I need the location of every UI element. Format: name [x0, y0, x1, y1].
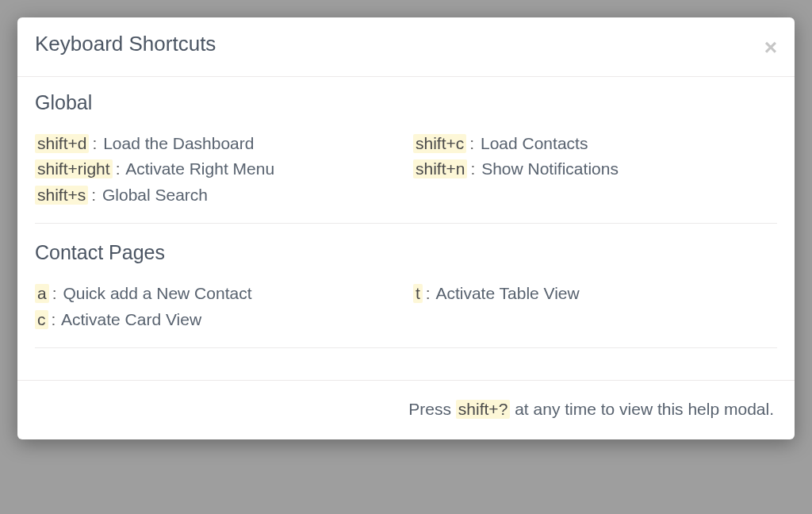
key-badge: shift+s	[35, 186, 88, 205]
modal-title: Keyboard Shortcuts	[35, 32, 216, 56]
keyboard-shortcuts-modal: Keyboard Shortcuts × Global shift+d: Loa…	[17, 17, 795, 439]
shortcut-item: t: Activate Table View	[413, 282, 777, 305]
key-badge: shift+c	[413, 134, 466, 153]
shortcut-description: Activate Table View	[435, 284, 579, 302]
shortcut-item: a: Quick add a New Contact	[35, 282, 399, 305]
key-badge: c	[35, 310, 48, 329]
shortcut-description: Activate Card View	[61, 310, 201, 328]
separator: :	[48, 310, 58, 328]
shortcut-item: c: Activate Card View	[35, 308, 399, 332]
key-badge: shift+n	[413, 159, 467, 178]
shortcut-item: shift+d: Load the Dashboard	[35, 132, 399, 155]
section-divider	[35, 347, 777, 348]
key-badge: shift+right	[35, 159, 113, 178]
shortcut-description: Load Contacts	[481, 134, 588, 152]
shortcut-item: shift+right: Activate Right Menu	[35, 157, 399, 181]
key-badge: t	[413, 284, 423, 303]
shortcut-column-left: a: Quick add a New Contact c: Activate C…	[35, 282, 399, 333]
shortcut-column-left: shift+d: Load the Dashboard shift+right:…	[35, 132, 399, 209]
separator: :	[466, 134, 476, 152]
separator: :	[88, 186, 98, 204]
shortcut-description: Load the Dashboard	[103, 134, 254, 152]
modal-footer: Press shift+? at any time to view this h…	[17, 381, 795, 439]
separator: :	[423, 284, 432, 302]
separator: :	[49, 284, 59, 302]
separator: :	[113, 159, 122, 178]
shortcut-description: Global Search	[102, 186, 208, 204]
modal-body: Global shift+d: Load the Dashboard shift…	[17, 77, 795, 348]
shortcut-description: Activate Right Menu	[125, 159, 274, 178]
footer-text-prefix: Press	[408, 400, 456, 418]
separator: :	[89, 134, 98, 152]
shortcut-description: Quick add a New Contact	[63, 284, 251, 302]
section-heading-contact-pages: Contact Pages	[35, 241, 777, 264]
shortcut-item: shift+n: Show Notifications	[413, 157, 777, 181]
section-divider	[35, 223, 777, 224]
footer-text-suffix: at any time to view this help modal.	[515, 400, 774, 418]
close-icon[interactable]: ×	[764, 36, 777, 59]
shortcut-column-right: t: Activate Table View	[413, 282, 777, 333]
separator: :	[467, 159, 477, 178]
shortcut-column-right: shift+c: Load Contacts shift+n: Show Not…	[413, 132, 777, 209]
shortcut-item: shift+s: Global Search	[35, 183, 399, 207]
shortcut-item: shift+c: Load Contacts	[413, 132, 777, 155]
shortcut-description: Show Notifications	[481, 159, 619, 178]
key-badge: shift+?	[456, 400, 510, 419]
shortcut-grid-global: shift+d: Load the Dashboard shift+right:…	[35, 132, 777, 209]
shortcut-grid-contact-pages: a: Quick add a New Contact c: Activate C…	[35, 282, 777, 333]
modal-header: Keyboard Shortcuts ×	[17, 17, 795, 77]
section-heading-global: Global	[35, 91, 777, 114]
key-badge: shift+d	[35, 134, 89, 153]
key-badge: a	[35, 284, 49, 303]
